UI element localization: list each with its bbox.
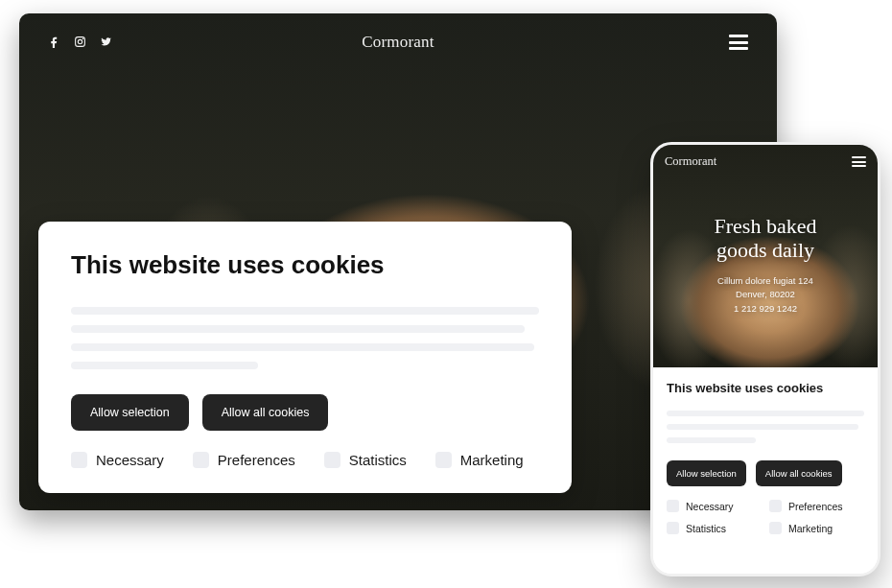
social-links xyxy=(48,35,112,52)
text-placeholder xyxy=(667,437,756,443)
category-necessary[interactable]: Necessary xyxy=(667,500,762,512)
cookie-title: This website uses cookies xyxy=(71,250,539,280)
checkbox-icon[interactable] xyxy=(435,452,452,468)
hero-city: Denver, 80202 xyxy=(653,288,878,302)
category-label: Statistics xyxy=(686,523,726,534)
category-label: Necessary xyxy=(96,452,164,468)
cookie-dialog: This website uses cookies Allow selectio… xyxy=(38,222,572,493)
text-placeholder xyxy=(667,424,858,430)
mobile-preview: Cormorant Fresh baked goods daily Cillum… xyxy=(650,142,880,576)
text-placeholder xyxy=(71,343,534,351)
checkbox-icon[interactable] xyxy=(193,452,209,468)
category-statistics[interactable]: Statistics xyxy=(667,522,762,534)
category-preferences[interactable]: Preferences xyxy=(769,500,864,512)
text-placeholder xyxy=(667,411,864,416)
hero-phone: 1 212 929 1242 xyxy=(653,302,878,317)
category-label: Marketing xyxy=(460,452,524,468)
hero-sub: Cillum dolore fugiat 124 Denver, 80202 1… xyxy=(653,274,878,317)
hero-address: Cillum dolore fugiat 124 xyxy=(653,274,878,289)
hero-headline: Fresh baked goods daily xyxy=(653,214,878,263)
allow-selection-button[interactable]: Allow selection xyxy=(667,460,746,486)
category-label: Preferences xyxy=(788,501,843,512)
svg-point-1 xyxy=(78,39,82,43)
text-placeholder xyxy=(71,325,525,333)
allow-selection-button[interactable]: Allow selection xyxy=(71,394,189,431)
header: Cormorant xyxy=(665,154,866,169)
hero-line1: Fresh baked xyxy=(653,214,878,238)
header: Cormorant xyxy=(19,13,777,71)
hamburger-icon[interactable] xyxy=(852,156,866,167)
text-placeholder xyxy=(71,307,539,315)
facebook-icon[interactable] xyxy=(48,35,60,52)
svg-point-2 xyxy=(82,38,83,39)
allow-all-button[interactable]: Allow all cookies xyxy=(202,394,329,431)
checkbox-icon[interactable] xyxy=(71,452,87,468)
checkbox-icon[interactable] xyxy=(324,452,340,468)
checkbox-icon[interactable] xyxy=(769,500,782,512)
hero-line2: goods daily xyxy=(653,238,878,262)
category-marketing[interactable]: Marketing xyxy=(769,522,864,534)
category-necessary[interactable]: Necessary xyxy=(71,452,164,468)
site-title: Cormorant xyxy=(362,33,434,52)
twitter-icon[interactable] xyxy=(100,35,112,52)
checkbox-icon[interactable] xyxy=(769,522,782,534)
category-label: Statistics xyxy=(349,452,407,468)
cookie-title: This website uses cookies xyxy=(667,381,864,395)
cookie-categories: Necessary Preferences Statistics Marketi… xyxy=(71,452,539,468)
category-label: Necessary xyxy=(686,501,734,512)
category-marketing[interactable]: Marketing xyxy=(435,452,524,468)
checkbox-icon[interactable] xyxy=(667,522,679,534)
hamburger-icon[interactable] xyxy=(729,35,748,50)
allow-all-button[interactable]: Allow all cookies xyxy=(756,460,842,486)
text-placeholder xyxy=(71,362,258,369)
hero-text: Fresh baked goods daily Cillum dolore fu… xyxy=(653,214,878,317)
category-statistics[interactable]: Statistics xyxy=(324,452,407,468)
checkbox-icon[interactable] xyxy=(667,500,679,512)
dialog-buttons: Allow selection Allow all cookies xyxy=(667,460,864,486)
category-label: Preferences xyxy=(218,452,295,468)
site-title: Cormorant xyxy=(665,154,716,169)
category-preferences[interactable]: Preferences xyxy=(193,452,295,468)
dialog-buttons: Allow selection Allow all cookies xyxy=(71,394,539,431)
category-label: Marketing xyxy=(788,523,833,534)
cookie-categories: Necessary Preferences Statistics Marketi… xyxy=(667,500,864,534)
cookie-dialog: This website uses cookies Allow selectio… xyxy=(653,367,878,574)
instagram-icon[interactable] xyxy=(74,35,86,52)
